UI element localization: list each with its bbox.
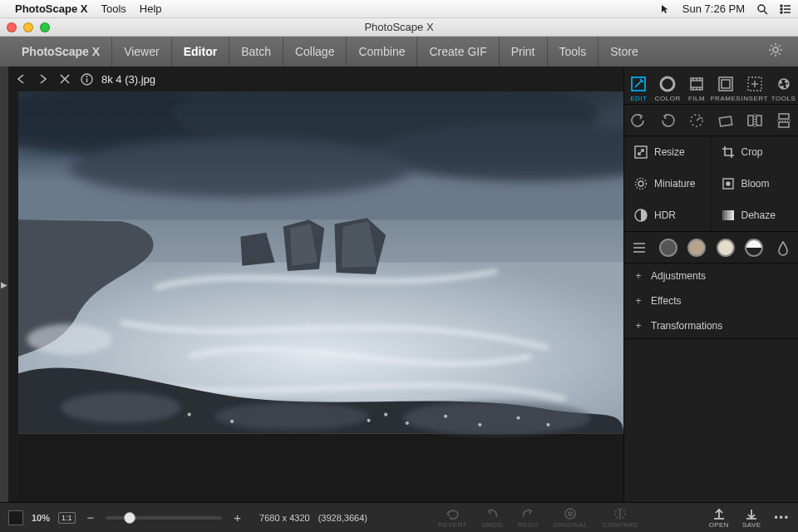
- tooltab-frames[interactable]: FRAMES: [712, 75, 740, 102]
- sidebar-expand-handle[interactable]: ▶: [0, 66, 8, 502]
- zoom-value[interactable]: 10%: [32, 513, 50, 523]
- tooltab-color[interactable]: COLOR: [653, 75, 682, 102]
- window-traffic-lights: [7, 22, 50, 32]
- tooltab-film[interactable]: FILM: [682, 75, 711, 102]
- crop-icon: [722, 145, 735, 159]
- menu-help[interactable]: Help: [140, 2, 162, 15]
- preset-list-icon[interactable]: [629, 238, 649, 258]
- close-window-button[interactable]: [7, 22, 17, 32]
- redo-button[interactable]: REDO: [518, 507, 539, 529]
- flip-vertical-icon[interactable]: [774, 111, 794, 131]
- svg-rect-77: [722, 210, 725, 220]
- nav-forward-icon[interactable]: [37, 72, 50, 86]
- compare-button[interactable]: COMPARE: [603, 507, 638, 529]
- tooltab-tools[interactable]: TOOLS: [770, 75, 798, 102]
- tab-tools[interactable]: Tools: [547, 37, 598, 66]
- editor-tool-tabs: EDIT COLOR FILM FRAMES INSERT TOOLS: [624, 66, 798, 105]
- cursor-icon[interactable]: [661, 4, 671, 14]
- svg-point-40: [188, 413, 191, 416]
- swatch-gray[interactable]: [659, 239, 677, 257]
- frames-icon: [717, 75, 735, 93]
- navigator-thumbnail[interactable]: [8, 510, 23, 525]
- save-button[interactable]: SAVE: [742, 507, 761, 529]
- svg-line-13: [771, 45, 772, 47]
- tab-print[interactable]: Print: [499, 37, 547, 66]
- menu-tools[interactable]: Tools: [101, 2, 126, 15]
- tool-resize[interactable]: Resize: [624, 136, 712, 168]
- tooltab-insert[interactable]: INSERT: [741, 75, 769, 102]
- canvas-header: 8k 4 (3).jpg: [8, 66, 623, 91]
- svg-rect-54: [722, 80, 730, 88]
- search-icon[interactable]: [756, 3, 768, 15]
- svg-point-74: [636, 179, 647, 190]
- rotate-angle-icon[interactable]: [687, 111, 707, 131]
- svg-point-61: [786, 85, 787, 86]
- tool-crop[interactable]: Crop: [712, 136, 799, 168]
- swatch-tan[interactable]: [687, 239, 706, 257]
- tab-combine[interactable]: Combine: [346, 37, 416, 66]
- flip-horizontal-icon[interactable]: [745, 111, 765, 131]
- tab-batch[interactable]: Batch: [229, 37, 283, 66]
- tooltab-frames-label: FRAMES: [711, 95, 741, 102]
- zoom-slider[interactable]: [106, 516, 222, 520]
- cursor-position: (3928,3664): [318, 513, 367, 523]
- accordion-transformations[interactable]: +Transformations: [624, 313, 798, 338]
- straighten-icon[interactable]: [716, 111, 736, 131]
- revert-button[interactable]: REVERT: [438, 507, 467, 529]
- tab-store[interactable]: Store: [598, 37, 649, 66]
- accordion-effects[interactable]: +Effects: [624, 288, 798, 313]
- svg-point-3: [781, 8, 782, 10]
- swatch-split[interactable]: [745, 239, 763, 257]
- dehaze-icon: [722, 209, 735, 222]
- rotate-ccw-icon[interactable]: [628, 111, 648, 131]
- menu-app[interactable]: PhotoScape X: [15, 2, 87, 15]
- svg-rect-78: [725, 210, 727, 220]
- tool-miniature-label: Miniature: [654, 178, 695, 190]
- settings-gear-icon[interactable]: [763, 42, 788, 61]
- svg-line-15: [771, 53, 772, 55]
- zoom-in-button[interactable]: +: [230, 510, 244, 525]
- list-icon[interactable]: [780, 3, 791, 15]
- tool-bloom[interactable]: Bloom: [712, 168, 799, 200]
- film-icon: [687, 75, 706, 93]
- tab-collage[interactable]: Collage: [283, 37, 346, 66]
- zoom-1to1-button[interactable]: 1:1: [58, 512, 76, 524]
- zoom-slider-knob[interactable]: [124, 512, 135, 524]
- svg-point-2: [781, 5, 782, 7]
- more-button[interactable]: •••: [774, 512, 790, 524]
- info-icon[interactable]: [80, 72, 93, 86]
- tool-dehaze[interactable]: Dehaze: [712, 200, 799, 231]
- nav-back-icon[interactable]: [15, 72, 28, 86]
- svg-line-14: [779, 53, 781, 55]
- svg-point-41: [230, 420, 234, 423]
- tab-creategif[interactable]: Create GIF: [416, 37, 498, 66]
- tool-dehaze-label: Dehaze: [741, 209, 776, 221]
- minimize-window-button[interactable]: [23, 22, 33, 32]
- close-file-icon[interactable]: [58, 72, 71, 86]
- edit-icon: [629, 75, 648, 93]
- svg-line-64: [697, 117, 701, 121]
- menubar-clock[interactable]: Sun 7:26 PM: [682, 2, 745, 15]
- accordion-adjustments[interactable]: +Adjustments: [624, 264, 798, 288]
- image-canvas[interactable]: [18, 91, 623, 502]
- tooltab-edit[interactable]: EDIT: [624, 75, 653, 102]
- svg-point-31: [403, 401, 591, 435]
- bottom-bar: 10% 1:1 − + 7680 x 4320 (3928,3664) REVE…: [0, 502, 798, 532]
- tool-hdr[interactable]: HDR: [624, 200, 712, 231]
- svg-point-0: [758, 5, 765, 12]
- fullscreen-window-button[interactable]: [40, 22, 50, 32]
- tab-viewer[interactable]: Viewer: [111, 37, 171, 66]
- tool-miniature[interactable]: Miniature: [624, 168, 712, 200]
- svg-point-32: [27, 324, 112, 355]
- tab-photoscapex[interactable]: PhotoScape X: [10, 37, 111, 66]
- original-button[interactable]: ORIGINAL: [554, 507, 588, 529]
- color-drop-icon[interactable]: [773, 238, 793, 258]
- tab-editor[interactable]: Editor: [171, 37, 229, 66]
- undo-button[interactable]: UNDO: [482, 507, 503, 529]
- swatch-cream[interactable]: [717, 239, 735, 257]
- rotate-cw-icon[interactable]: [658, 111, 677, 131]
- open-button[interactable]: OPEN: [709, 507, 729, 529]
- zoom-out-button[interactable]: −: [84, 510, 98, 525]
- insert-icon: [746, 75, 764, 93]
- macos-menubar: PhotoScape X Tools Help Sun 7:26 PM: [0, 0, 798, 18]
